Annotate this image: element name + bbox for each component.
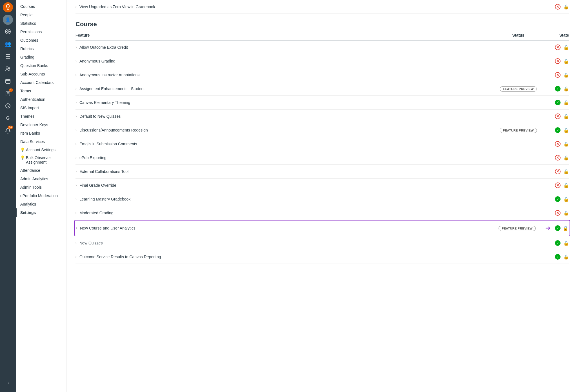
lock-icon[interactable]: 🔒 (563, 226, 568, 231)
lock-icon[interactable]: 🔒 (563, 72, 569, 78)
expand-chevron[interactable]: › (75, 114, 77, 118)
sidebar-item-people[interactable]: People (16, 11, 66, 19)
lock-icon[interactable]: 🔒 (563, 114, 569, 119)
enabled-icon[interactable]: ✓ (555, 254, 561, 260)
lock-icon[interactable]: 🔒 (563, 169, 569, 174)
sidebar-item-settings[interactable]: Settings (16, 208, 66, 217)
enabled-icon[interactable]: ✓ (555, 100, 561, 105)
disabled-icon[interactable]: ✕ (555, 169, 561, 174)
expand-chevron[interactable]: › (75, 241, 77, 245)
sidebar-item-data-services[interactable]: Data Services (16, 137, 66, 146)
feature-row-final-grade: › Final Grade Override ✕ 🔒 (75, 179, 569, 192)
expand-chevron[interactable]: › (75, 59, 77, 63)
report-rail-icon[interactable]: 1 (2, 88, 14, 99)
lock-icon[interactable]: 🔒 (563, 86, 569, 92)
arrow-indicator: ➔ (545, 224, 550, 232)
group-rail-icon[interactable]: 👥 (2, 38, 14, 50)
lock-icon[interactable]: 🔒 (563, 141, 569, 147)
clock-rail-icon[interactable] (2, 100, 14, 112)
sidebar-item-bulk-observer[interactable]: 💡 Bulk Observer Assignment (16, 154, 66, 166)
list-rail-icon[interactable] (2, 51, 14, 62)
sidebar-item-statistics[interactable]: Statistics (16, 19, 66, 28)
expand-chevron[interactable]: › (75, 73, 77, 77)
sidebar-item-admin-tools[interactable]: Admin Tools (16, 183, 66, 191)
expand-chevron[interactable]: › (75, 197, 77, 201)
enabled-icon[interactable]: ✓ (555, 196, 561, 202)
sidebar-item-item-banks[interactable]: Item Banks (16, 129, 66, 137)
bulk-observer-label: Bulk Observer Assignment (26, 155, 62, 164)
disabled-icon[interactable]: ✕ (555, 182, 561, 188)
lock-icon[interactable]: 🔒 (563, 128, 569, 133)
sidebar-item-sis-import[interactable]: SIS Import (16, 104, 66, 112)
lock-icon[interactable]: 🔒 (563, 100, 569, 105)
disabled-icon[interactable]: ✕ (555, 141, 561, 147)
sidebar-item-analytics[interactable]: Analytics (16, 200, 66, 208)
expand-chevron[interactable]: › (75, 183, 77, 187)
lock-icon[interactable]: 🔒 (563, 59, 569, 64)
enabled-icon[interactable]: ✓ (555, 225, 561, 231)
sidebar-item-sub-accounts[interactable]: Sub-Accounts (16, 70, 66, 78)
feature-name: Discussions/Announcements Redesign (79, 128, 490, 132)
expand-chevron[interactable]: › (75, 87, 77, 91)
lock-icon[interactable]: 🔒 (563, 210, 569, 216)
user-avatar[interactable]: 👤 (3, 15, 13, 25)
sidebar-item-courses[interactable]: Courses (16, 2, 66, 11)
feature-state: ✕ 🔒 (546, 4, 569, 10)
sidebar-item-permissions[interactable]: Permissions (16, 28, 66, 36)
lock-icon[interactable]: 🔒 (563, 183, 569, 188)
feature-row-learning-mastery: › Learning Mastery Gradebook ✓ 🔒 (75, 192, 569, 206)
app-logo[interactable] (3, 2, 13, 12)
disabled-icon[interactable]: ✕ (555, 44, 561, 50)
expand-chevron[interactable]: › (75, 45, 77, 49)
g-rail-icon[interactable]: G (2, 113, 14, 124)
notification-rail-icon[interactable]: 10 (2, 125, 14, 136)
sidebar-item-authentication[interactable]: Authentication (16, 95, 66, 104)
enabled-icon[interactable]: ✓ (555, 240, 561, 246)
sidebar-item-terms[interactable]: Terms (16, 87, 66, 95)
feature-name: External Collaborations Tool (79, 169, 490, 174)
sidebar-item-attendance[interactable]: Attendance (16, 166, 66, 175)
expand-chevron[interactable]: › (75, 5, 77, 9)
disabled-icon[interactable]: ✕ (555, 72, 561, 78)
expand-rail-icon[interactable]: → (2, 377, 14, 389)
sidebar-item-rubrics[interactable]: Rubrics (16, 44, 66, 53)
sidebar-item-outcomes[interactable]: Outcomes (16, 36, 66, 44)
disabled-icon[interactable]: ✕ (555, 58, 561, 64)
expand-chevron[interactable]: › (75, 128, 77, 132)
disabled-icon[interactable]: ✕ (555, 155, 561, 161)
sidebar-item-grading[interactable]: Grading (16, 53, 66, 61)
link-rail-icon[interactable] (2, 26, 14, 37)
lock-icon[interactable]: 🔒 (563, 4, 569, 10)
sidebar-item-account-calendars[interactable]: Account Calendars (16, 78, 66, 87)
expand-chevron[interactable]: › (75, 211, 77, 215)
disabled-icon[interactable]: ✕ (555, 4, 561, 10)
disabled-icon[interactable]: ✕ (555, 210, 561, 216)
sidebar-item-themes[interactable]: Themes (16, 112, 66, 121)
feature-name: ePub Exporting (79, 155, 490, 160)
feature-status: FEATURE PREVIEW (490, 86, 546, 91)
enabled-icon[interactable]: ✓ (555, 127, 561, 133)
lock-icon[interactable]: 🔒 (563, 45, 569, 50)
expand-chevron[interactable]: › (75, 156, 77, 160)
expand-chevron[interactable]: › (76, 226, 77, 230)
lock-icon[interactable]: 🔒 (563, 254, 569, 260)
sidebar-item-account-settings[interactable]: 💡 Account Settings (16, 146, 66, 154)
expand-chevron[interactable]: › (75, 142, 77, 146)
sidebar-item-question-banks[interactable]: Question Banks (16, 61, 66, 70)
sidebar-item-developer-keys[interactable]: Developer Keys (16, 121, 66, 129)
enabled-icon[interactable]: ✓ (555, 86, 561, 92)
feature-row-allow-outcome: › Allow Outcome Extra Credit ✕ 🔒 (75, 41, 569, 54)
lock-icon[interactable]: 🔒 (563, 240, 569, 246)
expand-chevron[interactable]: › (75, 255, 77, 259)
feature-row-anonymous-grading: › Anonymous Grading ✕ 🔒 (75, 54, 569, 68)
people-rail-icon[interactable] (2, 63, 14, 74)
feature-status: FEATURE PREVIEW (489, 226, 545, 230)
lock-icon[interactable]: 🔒 (563, 197, 569, 202)
expand-chevron[interactable]: › (75, 170, 77, 173)
disabled-icon[interactable]: ✕ (555, 113, 561, 119)
sidebar-item-eportfolio[interactable]: ePortfolio Moderation (16, 191, 66, 200)
sidebar-item-admin-analytics[interactable]: Admin Analytics (16, 175, 66, 183)
calendar-rail-icon[interactable] (2, 75, 14, 87)
lock-icon[interactable]: 🔒 (563, 155, 569, 161)
expand-chevron[interactable]: › (75, 101, 77, 104)
